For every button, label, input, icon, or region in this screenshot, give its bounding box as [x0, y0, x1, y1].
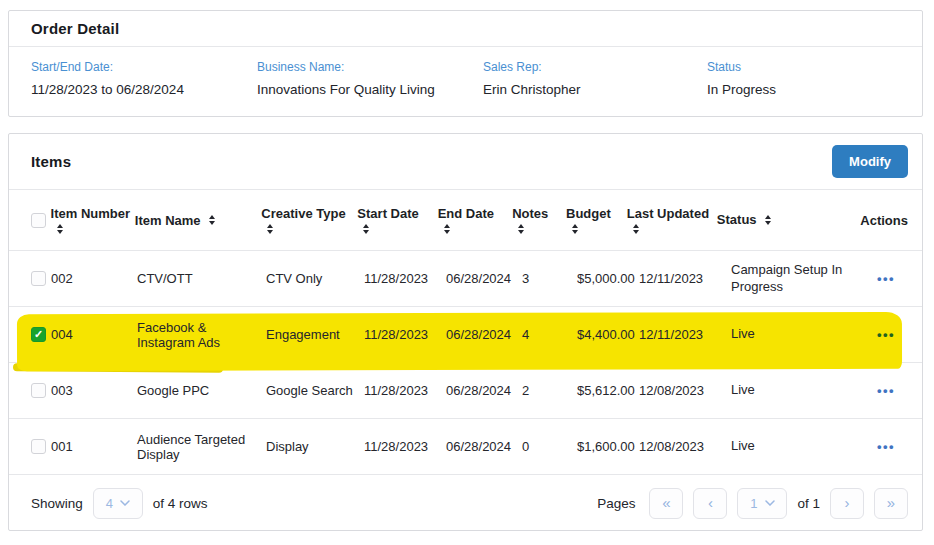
cell-item_name: Audience Targeted Display: [137, 432, 266, 462]
cell-last_updated: 12/11/2023: [639, 327, 731, 342]
column-header-start_date[interactable]: Start Date: [357, 206, 437, 234]
field-value: Erin Christopher: [483, 82, 707, 97]
select-all-checkbox[interactable]: [31, 213, 46, 228]
page: { "order_detail": { "title": "Order Deta…: [0, 0, 934, 545]
page-select[interactable]: 1: [737, 488, 787, 519]
table-body: 002CTV/OTTCTV Only11/28/202306/28/20243$…: [9, 250, 922, 474]
cell-budget: $5,612.00: [577, 383, 639, 398]
column-header-end_date[interactable]: End Date: [438, 206, 512, 234]
table-header-row: Item NumberItem NameCreative TypeStart D…: [9, 190, 922, 250]
order-detail-field: Start/End Date:11/28/2023 to 06/28/2024: [31, 60, 257, 97]
next-page-button[interactable]: ›: [830, 488, 864, 519]
field-label: Start/End Date:: [31, 60, 257, 74]
cell-notes: 0: [522, 439, 577, 454]
cell-notes: 4: [522, 327, 577, 342]
column-label: Actions: [860, 213, 908, 228]
row-checkbox[interactable]: [31, 271, 46, 286]
current-page-value: 1: [750, 496, 757, 511]
cell-item_name: Google PPC: [137, 383, 266, 398]
table-row: ✓004Facebook & Instagram AdsEngagement11…: [9, 306, 922, 362]
table-row: 001Audience Targeted DisplayDisplay11/28…: [9, 418, 922, 474]
pagination: Pages « ‹ 1 of 1 › »: [597, 488, 908, 519]
cell-start_date: 11/28/2023: [364, 327, 446, 342]
column-label: Last Updated: [627, 206, 709, 221]
column-header-notes[interactable]: Notes: [512, 206, 566, 234]
column-label: Creative Type: [261, 206, 345, 221]
last-page-button[interactable]: »: [874, 488, 908, 519]
items-table: Item NumberItem NameCreative TypeStart D…: [9, 190, 922, 474]
rows-per-page-value: 4: [106, 496, 113, 511]
row-checkbox[interactable]: [31, 383, 46, 398]
rows-per-page-select[interactable]: 4: [93, 488, 143, 519]
double-chevron-left-icon: «: [662, 495, 670, 510]
row-checkbox[interactable]: [31, 439, 46, 454]
column-label: Status: [717, 212, 757, 229]
column-header-item_name[interactable]: Item Name: [135, 213, 256, 228]
column-label: Item Name: [135, 213, 201, 228]
of-rows-label: of 4 rows: [153, 496, 208, 511]
items-panel: Items Modify Item NumberItem NameCreativ…: [8, 133, 923, 531]
order-detail-header: Order Detail: [9, 11, 922, 47]
column-header-budget[interactable]: Budget: [566, 206, 627, 234]
field-label: Status: [707, 60, 922, 74]
items-header: Items Modify: [9, 134, 922, 190]
column-header-item_number[interactable]: Item Number: [51, 206, 135, 234]
column-label: End Date: [438, 206, 494, 221]
cell-item_number: 004: [51, 327, 137, 342]
cell-budget: $4,400.00: [577, 327, 639, 342]
chevron-down-icon: [765, 500, 775, 506]
field-value: In Progress: [707, 82, 922, 97]
column-label: Budget: [566, 206, 611, 221]
sort-icon: [267, 224, 273, 234]
column-header-status[interactable]: Status: [717, 212, 840, 229]
column-header-last_updated[interactable]: Last Updated: [627, 206, 717, 234]
order-detail-field: StatusIn Progress: [707, 60, 922, 97]
field-label: Business Name:: [257, 60, 483, 74]
column-label: Notes: [512, 206, 548, 221]
order-detail-field: Sales Rep:Erin Christopher: [483, 60, 707, 97]
cell-status: Live: [731, 326, 867, 343]
cell-budget: $1,600.00: [577, 439, 639, 454]
cell-status: Live: [731, 438, 867, 455]
order-detail-fields: Start/End Date:11/28/2023 to 06/28/2024B…: [9, 47, 922, 97]
chevron-down-icon: [120, 500, 130, 506]
field-value: 11/28/2023 to 06/28/2024: [31, 82, 257, 97]
sort-icon: [765, 215, 771, 225]
cell-creative_type: Google Search: [266, 383, 364, 398]
order-detail-title: Order Detail: [31, 20, 119, 37]
double-chevron-right-icon: »: [887, 495, 895, 510]
sort-icon: [518, 224, 524, 234]
chevron-left-icon: ‹: [708, 495, 713, 510]
cell-last_updated: 12/08/2023: [639, 383, 731, 398]
cell-creative_type: Engagement: [266, 327, 364, 342]
cell-notes: 2: [522, 383, 577, 398]
prev-page-button[interactable]: ‹: [693, 488, 727, 519]
cell-status: Campaign Setup In Progress: [731, 262, 867, 296]
checkmark-icon: ✓: [34, 329, 43, 340]
cell-creative_type: Display: [266, 439, 364, 454]
cell-status: Live: [731, 382, 867, 399]
column-label: Item Number: [51, 206, 130, 221]
modify-button[interactable]: Modify: [832, 145, 908, 178]
field-label: Sales Rep:: [483, 60, 707, 74]
chevron-right-icon: ›: [845, 495, 850, 510]
sort-icon: [572, 224, 578, 234]
first-page-button[interactable]: «: [649, 488, 683, 519]
table-footer: Showing 4 of 4 rows Pages « ‹ 1 of 1 › »: [9, 474, 922, 531]
cell-start_date: 11/28/2023: [364, 383, 446, 398]
cell-end_date: 06/28/2024: [446, 271, 522, 286]
actions-ellipsis-icon[interactable]: •••: [877, 439, 895, 454]
column-header-creative_type[interactable]: Creative Type: [261, 206, 357, 234]
cell-end_date: 06/28/2024: [446, 383, 522, 398]
cell-item_name: CTV/OTT: [137, 271, 266, 286]
row-checkbox[interactable]: ✓: [31, 327, 46, 342]
cell-start_date: 11/28/2023: [364, 271, 446, 286]
actions-ellipsis-icon[interactable]: •••: [877, 271, 895, 286]
table-row: 002CTV/OTTCTV Only11/28/202306/28/20243$…: [9, 250, 922, 306]
sort-icon: [363, 224, 369, 234]
cell-end_date: 06/28/2024: [446, 439, 522, 454]
cell-start_date: 11/28/2023: [364, 439, 446, 454]
actions-ellipsis-icon[interactable]: •••: [877, 383, 895, 398]
actions-ellipsis-icon[interactable]: •••: [877, 327, 895, 342]
pages-label: Pages: [597, 496, 635, 511]
